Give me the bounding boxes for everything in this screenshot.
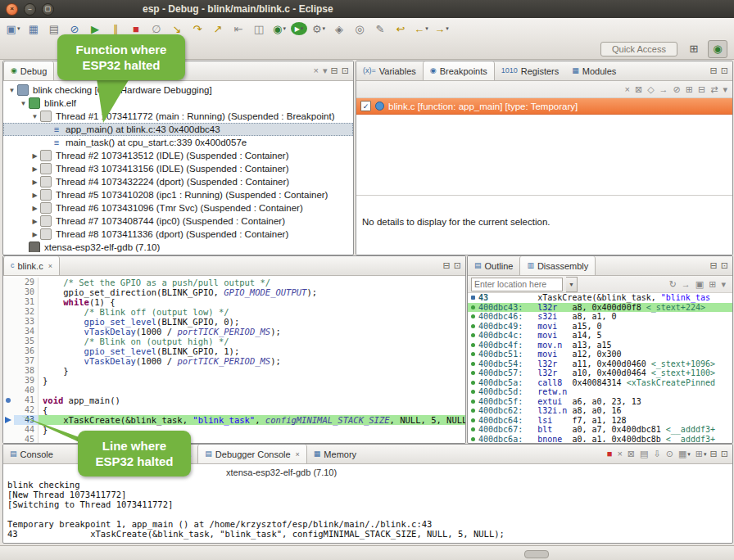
- editor-line[interactable]: 45: [3, 435, 465, 444]
- forward-icon[interactable]: →▾: [433, 20, 451, 37]
- mark-occurrences-icon[interactable]: ✎: [371, 20, 389, 37]
- print-icon[interactable]: ▤: [45, 20, 63, 37]
- expand-arrow-icon[interactable]: ▶: [29, 192, 40, 199]
- minimize-icon[interactable]: ⊟: [331, 66, 338, 75]
- track-expression-icon[interactable]: ⊞: [709, 280, 716, 289]
- tab-variables[interactable]: (x)=Variables: [356, 61, 423, 80]
- tab-debug[interactable]: ◉Debug: [3, 61, 54, 80]
- maximize-icon[interactable]: ⊡: [721, 66, 728, 75]
- window-maximize-icon[interactable]: ▢: [42, 3, 54, 16]
- editor-line[interactable]: 40: [3, 386, 465, 395]
- minimize-icon[interactable]: ⊟: [443, 261, 451, 270]
- save-icon[interactable]: ▦: [25, 20, 43, 37]
- scroll-lock-icon[interactable]: ⇩: [653, 449, 660, 458]
- breakpoint-checkbox[interactable]: ✓: [360, 101, 371, 111]
- tab-breakpoints[interactable]: ◉Breakpoints: [423, 61, 495, 80]
- disassembly-row[interactable]: 400dbc62: l32i.n a8, a0, 16: [468, 406, 732, 416]
- pin-console-icon[interactable]: ⊙: [666, 449, 673, 458]
- location-dropdown-icon[interactable]: ▼: [566, 277, 578, 292]
- remove-launch-icon[interactable]: ×: [617, 449, 622, 458]
- show-source-icon[interactable]: ▣: [695, 280, 704, 289]
- tab-debugger-console[interactable]: ▤Debugger Console×: [197, 445, 307, 463]
- step-over-icon[interactable]: ↷: [188, 20, 206, 37]
- tab-blink-c[interactable]: cblink.c×: [3, 256, 60, 275]
- show-supported-breakpoints-icon[interactable]: ◇: [647, 85, 654, 94]
- editor-line[interactable]: 42{: [3, 405, 465, 415]
- view-menu-icon[interactable]: ▾: [721, 280, 726, 289]
- disassembly-row[interactable]: 43 xTaskCreate(&blink_task, "blink_tas: [468, 293, 732, 303]
- editor-line[interactable]: 35 /* Blink on (output high) */: [3, 336, 465, 346]
- disassembly-row[interactable]: 400dbc54: l32r a11, 0x400d0460 <_stext+1…: [468, 359, 732, 369]
- clear-console-icon[interactable]: ▤: [640, 449, 648, 458]
- maximize-icon[interactable]: ⊡: [454, 261, 461, 270]
- drop-to-frame-icon[interactable]: ⇤: [229, 20, 247, 37]
- editor-line[interactable]: 31 while(1) {: [3, 297, 465, 307]
- remove-all-breakpoints-icon[interactable]: ⊠: [635, 85, 642, 94]
- expand-arrow-icon[interactable]: ▶: [29, 178, 40, 186]
- disassembly-row[interactable]: 400dbc4f: mov.n a13, a15: [468, 341, 732, 350]
- go-to-pc-icon[interactable]: →: [682, 280, 691, 289]
- back-icon[interactable]: ←▾: [412, 20, 430, 37]
- minimize-icon[interactable]: ⊟: [710, 261, 718, 270]
- disassembly-row[interactable]: 400dbc5a: call8 0x40084314 <xTaskCreateP…: [468, 378, 732, 388]
- expand-arrow-icon[interactable]: ▼: [7, 87, 17, 94]
- remove-breakpoint-icon[interactable]: ×: [624, 85, 629, 94]
- expand-arrow-icon[interactable]: ▶: [29, 218, 40, 225]
- editor-line[interactable]: 38 }: [3, 366, 465, 376]
- debug-tree-item[interactable]: ▶Thread #7 1073408744 (ipc0) (Suspended …: [3, 215, 353, 228]
- debug-tree-item[interactable]: ▼Thread #1 1073411772 (main : Running) (…: [3, 110, 353, 123]
- breakpoint-row[interactable]: ✓ blink.c [function: app_main] [type: Te…: [356, 98, 732, 115]
- expand-arrow-icon[interactable]: ▶: [29, 152, 40, 160]
- maximize-icon[interactable]: ⊡: [721, 449, 728, 458]
- debug-tree-item[interactable]: ▼blink.elf: [3, 97, 353, 110]
- link-with-debug-icon[interactable]: ⇄: [710, 85, 718, 94]
- disassembly-row[interactable]: 400dbc46: s32i a8, a1, 0: [468, 312, 732, 322]
- go-to-file-icon[interactable]: →: [659, 85, 668, 94]
- search-icon[interactable]: ◎: [351, 20, 369, 37]
- editor-line[interactable]: 32 /* Blink off (output low) */: [3, 307, 465, 317]
- editor-line[interactable]: 43 xTaskCreate(&blink_task, "blink_task"…: [3, 415, 465, 425]
- open-console-icon[interactable]: ⊞▾: [695, 449, 707, 458]
- disassembly-row[interactable]: 400dbc6a: bnone a0, a1, 0x400dbc8b <__ad…: [468, 435, 732, 443]
- expand-arrow-icon[interactable]: ▼: [29, 113, 40, 120]
- debug-icon[interactable]: ◉▾: [270, 20, 288, 37]
- remove-all-terminated-icon[interactable]: ×: [314, 66, 319, 75]
- location-input[interactable]: [471, 278, 563, 291]
- debug-perspective-icon[interactable]: ◉: [708, 40, 727, 58]
- debug-tree-item[interactable]: ▶Thread #3 1073413156 (IDLE) (Suspended …: [3, 162, 353, 175]
- debug-tree-item[interactable]: ▶Thread #4 1073432224 (dport) (Suspended…: [3, 175, 353, 188]
- debug-tree-item[interactable]: xtensa-esp32-elf-gdb (7.10): [3, 241, 353, 252]
- console-output[interactable]: blink checking[New Thread 1073411772][Sw…: [3, 480, 732, 539]
- editor-line[interactable]: 44}: [3, 425, 465, 435]
- expand-arrow-icon[interactable]: ▶: [29, 205, 40, 212]
- terminate-icon[interactable]: ■: [607, 449, 613, 458]
- display-selected-console-icon[interactable]: ▦▾: [678, 449, 691, 458]
- disassembly-row[interactable]: 400dbc67: blt a0, a7, 0x400dbc81 <__addd…: [468, 425, 732, 435]
- tab-console[interactable]: ▤Console: [3, 445, 60, 463]
- view-menu-icon[interactable]: ▾: [723, 85, 727, 94]
- disassembly-row[interactable]: 400dbc4c: movi a14, 5: [468, 331, 732, 341]
- new-wizard-icon[interactable]: ▣▾: [4, 20, 22, 37]
- open-type-icon[interactable]: ◈: [330, 20, 348, 37]
- expand-all-icon[interactable]: ⊞: [686, 85, 693, 94]
- editor-line[interactable]: 30 gpio_set_direction(BLINK_GPIO, GPIO_M…: [3, 287, 465, 297]
- refresh-icon[interactable]: ↻: [669, 280, 677, 289]
- disassembly-row[interactable]: 400dbc57: l32r a10, 0x400d0464 <_stext+1…: [468, 368, 732, 378]
- editor-line[interactable]: 41void app_main(): [3, 395, 465, 405]
- disassembly-listing[interactable]: 43 xTaskCreate(&blink_task, "blink_tas40…: [468, 293, 732, 442]
- tab-outline[interactable]: ▤Outline: [468, 256, 519, 275]
- close-tab-icon[interactable]: ×: [48, 262, 52, 270]
- editor-line[interactable]: 36 gpio_set_level(BLINK_GPIO, 1);: [3, 346, 465, 356]
- editor-line[interactable]: 29 /* Set the GPIO as a push/pull output…: [3, 278, 465, 287]
- run-icon[interactable]: ▶▾: [291, 22, 307, 35]
- debug-tree-item[interactable]: ≡main_task() at cpu_start.c:339 0x400d05…: [3, 136, 353, 149]
- maximize-icon[interactable]: ⊡: [342, 66, 349, 75]
- editor-line[interactable]: 33 gpio_set_level(BLINK_GPIO, 0);: [3, 317, 465, 327]
- maximize-icon[interactable]: ⊡: [721, 261, 728, 270]
- disassembly-row[interactable]: 400dbc51: movi a12, 0x300: [468, 350, 732, 359]
- expand-arrow-icon[interactable]: ▶: [29, 231, 40, 238]
- debug-tree-item[interactable]: ▶Thread #8 1073411336 (dport) (Suspended…: [3, 228, 353, 241]
- minimize-icon[interactable]: ⊟: [710, 449, 718, 458]
- instruction-stepping-icon[interactable]: ◫: [250, 20, 268, 37]
- code-editor[interactable]: 29 /* Set the GPIO as a push/pull output…: [3, 276, 465, 444]
